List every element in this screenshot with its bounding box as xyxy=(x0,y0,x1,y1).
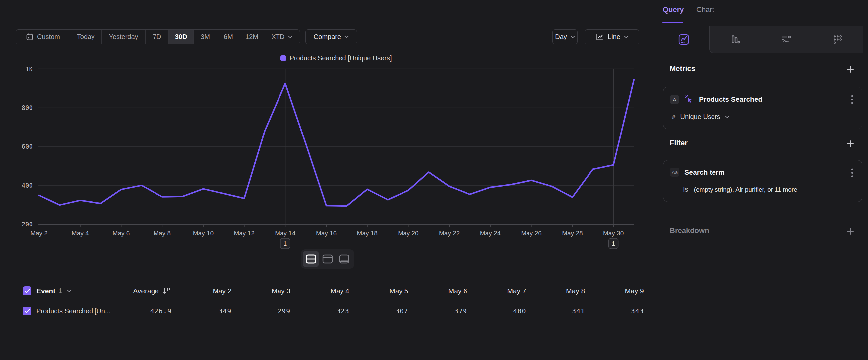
filter-property-name: Search term xyxy=(684,168,724,176)
x-axis-label: May 24 xyxy=(480,230,501,237)
day-value-cells: 349299323307379400341343 xyxy=(179,302,650,320)
range-30d[interactable]: 30D xyxy=(169,30,194,44)
row-series-name: Products Searched [Un... xyxy=(36,307,111,315)
active-tab-underline xyxy=(662,22,683,23)
compare-button[interactable]: Compare xyxy=(305,29,357,44)
range-custom[interactable]: Custom xyxy=(16,30,70,44)
range-label: 6M xyxy=(224,33,233,40)
range-12m[interactable]: 12M xyxy=(240,30,264,44)
row-checkbox[interactable] xyxy=(23,307,31,315)
calendar-icon xyxy=(26,32,34,41)
panel-gutter xyxy=(863,0,863,360)
day-column-header[interactable]: May 5 xyxy=(355,287,414,295)
range-today[interactable]: Today xyxy=(70,30,102,44)
date-range-control: CustomTodayYesterday7D30D3M6M12MXTD xyxy=(16,29,300,44)
x-axis-label: May 6 xyxy=(113,230,130,237)
compare-label: Compare xyxy=(314,33,341,40)
chevron-down-icon xyxy=(570,35,575,38)
x-axis-label: May 30 xyxy=(603,230,624,237)
range-label: Yesterday xyxy=(109,33,138,40)
y-axis-label: 600 xyxy=(22,143,33,150)
layout-split-rows-button[interactable] xyxy=(303,251,319,267)
chart-type-label: Line xyxy=(608,33,620,40)
range-label: XTD xyxy=(272,33,285,40)
view-tab-retention[interactable] xyxy=(812,26,863,53)
granularity-button[interactable]: Day xyxy=(552,29,578,44)
flows-icon xyxy=(780,33,793,45)
series-line[interactable] xyxy=(39,80,634,206)
range-6m[interactable]: 6M xyxy=(217,30,240,44)
filter-menu-icon[interactable] xyxy=(851,168,854,177)
day-value-cell: 349 xyxy=(179,302,238,320)
range-label: 7D xyxy=(153,33,161,40)
measure-prefix: # xyxy=(672,113,675,120)
range-yesterday[interactable]: Yesterday xyxy=(102,30,146,44)
layout-header-top-button[interactable] xyxy=(319,251,336,267)
average-header-cell[interactable]: Average xyxy=(119,286,179,295)
line-chart-icon xyxy=(595,32,604,41)
retention-icon xyxy=(832,34,843,45)
day-column-header[interactable]: May 4 xyxy=(297,287,355,295)
add-filter-button[interactable] xyxy=(846,139,855,148)
y-axis-label: 400 xyxy=(22,182,33,189)
granularity-label: Day xyxy=(555,33,567,40)
day-value-cell: 299 xyxy=(238,307,297,315)
day-column-header[interactable]: May 3 xyxy=(238,287,297,295)
chevron-down-icon xyxy=(725,116,730,118)
metric-menu-icon[interactable] xyxy=(851,95,854,104)
chevron-down-icon[interactable] xyxy=(67,289,71,292)
metric-card[interactable]: A Products Searched # Unique Users xyxy=(663,87,862,129)
y-axis-label: 200 xyxy=(22,221,33,228)
row-average-cell: 426.9 xyxy=(119,307,179,315)
x-axis-label: May 16 xyxy=(316,230,337,237)
filter-value: (empty string), Air purifier, or 11 more xyxy=(694,186,797,193)
table-header-row: Event 1 Average May 2May 3May 4May 5May … xyxy=(0,280,658,302)
add-breakdown-button[interactable] xyxy=(846,227,855,236)
range-label: 3M xyxy=(200,33,210,40)
layout-footer-bottom-button[interactable] xyxy=(336,251,352,267)
day-value-cell: 341 xyxy=(532,307,591,315)
day-column-header[interactable]: May 8 xyxy=(532,287,591,295)
query-panel: Query Chart Metrics A Products Searched … xyxy=(658,0,868,360)
chevron-down-icon xyxy=(288,35,292,38)
day-column-header[interactable]: May 6 xyxy=(414,287,473,295)
day-header-cells: May 2May 3May 4May 5May 6May 7May 8May 9 xyxy=(179,280,650,302)
filter-type-badge: Aa xyxy=(670,168,679,177)
day-column-header[interactable]: May 7 xyxy=(473,287,532,295)
range-xtd[interactable]: XTD xyxy=(264,30,300,44)
event-checkbox[interactable] xyxy=(23,286,31,295)
event-header-cell: Event 1 xyxy=(0,286,119,295)
x-axis-label: May 4 xyxy=(72,230,89,237)
add-metric-button[interactable] xyxy=(846,65,855,74)
insights-icon xyxy=(678,33,690,46)
filter-card[interactable]: Aa Search term Is (empty string), Air pu… xyxy=(663,160,862,202)
filter-heading: Filter xyxy=(670,139,688,147)
x-axis-label: May 20 xyxy=(398,230,418,237)
range-label: 12M xyxy=(245,33,258,40)
range-7d[interactable]: 7D xyxy=(146,30,169,44)
funnels-icon xyxy=(729,33,741,45)
filter-card-header: Aa Search term xyxy=(670,168,842,177)
line-chart[interactable]: 1K800600400200May 2May 4May 6May 8May 10… xyxy=(0,47,658,262)
range-3m[interactable]: 3M xyxy=(194,30,217,44)
view-tab-insights[interactable] xyxy=(658,26,709,53)
x-axis-label: May 8 xyxy=(154,230,171,237)
x-axis-label: May 12 xyxy=(234,230,254,237)
tab-query[interactable]: Query xyxy=(663,5,684,14)
day-column-header[interactable]: May 9 xyxy=(591,287,650,295)
table-row[interactable]: Products Searched [Un... 426.9 349299323… xyxy=(0,302,658,320)
day-column-header[interactable]: May 2 xyxy=(179,280,238,302)
y-axis-label: 800 xyxy=(22,104,33,111)
x-axis-label: May 18 xyxy=(357,230,378,237)
filter-operator: Is xyxy=(683,186,688,193)
filter-condition-row[interactable]: Is (empty string), Air purifier, or 11 m… xyxy=(683,186,797,193)
layout-toggle-group xyxy=(301,249,354,269)
tab-chart[interactable]: Chart xyxy=(696,5,714,14)
day-value-cell: 400 xyxy=(473,307,532,315)
x-axis-label: May 10 xyxy=(193,230,214,237)
view-tab-flows[interactable] xyxy=(761,26,812,53)
metric-measure-row[interactable]: # Unique Users xyxy=(672,113,730,120)
view-tab-funnels[interactable] xyxy=(709,26,760,53)
annotation-badge-label: 1 xyxy=(283,241,287,247)
chart-type-button[interactable]: Line xyxy=(585,29,639,44)
